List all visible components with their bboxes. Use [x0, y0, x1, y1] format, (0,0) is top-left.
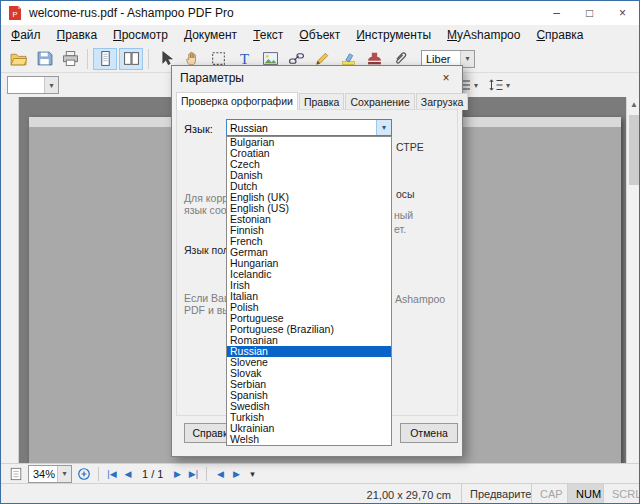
- app-icon: P: [7, 5, 23, 21]
- preview-status: Предварител: [461, 484, 531, 504]
- menu-item-текст[interactable]: Текст: [245, 26, 291, 44]
- menu-item-правка[interactable]: Правка: [49, 26, 106, 44]
- chevron-down-icon: ▾: [506, 81, 510, 90]
- tab-edit[interactable]: Правка: [299, 93, 344, 110]
- bottom-toolbar: 34% ▾ |◀ ◀ 1 / 1 ▶ ▶| ◀ ▶ ▾: [1, 463, 639, 483]
- close-icon[interactable]: ×: [434, 69, 458, 87]
- language-option[interactable]: Welsh: [227, 434, 391, 445]
- maximize-button[interactable]: □: [573, 1, 606, 25]
- open-icon[interactable]: [6, 48, 30, 70]
- page-size-label: 21,00 x 29,70 cm: [367, 489, 451, 501]
- window-controls: –□×: [540, 1, 639, 25]
- toolbar-separator: [87, 49, 88, 69]
- status-bar: 21,00 x 29,70 cm Предварител CAPNUMSCRL: [1, 483, 639, 504]
- forward-button[interactable]: ▶: [228, 465, 244, 483]
- svg-text:P: P: [12, 10, 17, 19]
- app-window: P welcome-rus.pdf - Ashampoo PDF Pro –□×…: [0, 0, 640, 504]
- zoom-level-combo[interactable]: 34% ▾: [28, 465, 72, 483]
- tab-spellcheck[interactable]: Проверка орфографии: [176, 92, 298, 110]
- menu-item-myashampoo[interactable]: MyAshampoo: [439, 26, 528, 44]
- vertical-scrollbar[interactable]: ▲: [626, 97, 640, 463]
- back-button[interactable]: ◀: [212, 465, 228, 483]
- cancel-button[interactable]: Отмена: [400, 423, 458, 443]
- obscured-text: Ashampoo: [395, 293, 445, 305]
- obscured-text: СТРЕ: [396, 141, 424, 153]
- line-spacing-button[interactable]: ▾: [485, 74, 513, 96]
- menu-item-объект[interactable]: Объект: [291, 26, 348, 44]
- next-page-button[interactable]: ▶: [169, 465, 185, 483]
- obscured-text: язык соо: [184, 204, 227, 216]
- obscured-text: ет.: [394, 223, 406, 235]
- fit-page-icon[interactable]: [7, 465, 25, 483]
- obscured-text: ный: [394, 209, 413, 221]
- chevron-down-icon[interactable]: ▾: [244, 465, 260, 483]
- lock-scrl: SCRL: [603, 484, 639, 504]
- first-page-button[interactable]: |◀: [104, 465, 120, 483]
- tab-load[interactable]: Загрузка: [416, 93, 468, 110]
- last-page-button[interactable]: ▶|: [185, 465, 201, 483]
- language-label: Язык:: [184, 123, 213, 135]
- language-option[interactable]: Icelandic: [227, 269, 391, 280]
- tab-save[interactable]: Сохранение: [345, 93, 414, 110]
- separator: [206, 467, 207, 481]
- title-bar: P welcome-rus.pdf - Ashampoo PDF Pro –□×: [1, 1, 639, 25]
- minimize-button[interactable]: –: [540, 1, 573, 25]
- zoom-in-icon[interactable]: [75, 465, 93, 483]
- lock-cap: CAP: [531, 484, 567, 504]
- print-icon[interactable]: [58, 48, 82, 70]
- language-combo-value: Russian: [227, 122, 376, 134]
- dialog-title: Параметры: [180, 71, 244, 85]
- window-title: welcome-rus.pdf - Ashampoo PDF Pro: [29, 6, 540, 20]
- page-facing-icon[interactable]: [119, 48, 143, 70]
- language-list[interactable]: BulgarianCroatianCzechDanishDutchEnglish…: [226, 136, 392, 446]
- font-combo-value: Liber: [422, 53, 460, 65]
- menu-item-просмотр[interactable]: Просмотр: [105, 26, 176, 44]
- chevron-down-icon[interactable]: ▾: [57, 466, 71, 482]
- chevron-down-icon[interactable]: ▾: [44, 77, 58, 93]
- language-combo[interactable]: Russian ▾: [226, 119, 392, 136]
- left-panel: [1, 97, 19, 463]
- menu-item-справка[interactable]: Справка: [528, 26, 591, 44]
- prev-page-button[interactable]: ◀: [120, 465, 136, 483]
- style-combo[interactable]: ▾: [7, 76, 59, 94]
- chevron-down-icon[interactable]: ▾: [376, 120, 391, 135]
- obscured-text: PDF и вы: [184, 304, 230, 316]
- menu-item-файл[interactable]: Файл: [3, 26, 49, 44]
- separator: [98, 467, 99, 481]
- scroll-up-icon[interactable]: ▲: [627, 97, 640, 112]
- dialog-tabs: Проверка орфографииПравкаСохранениеЗагру…: [176, 92, 458, 110]
- menu-bar: ФайлПравкаПросмотрДокументТекстОбъектИнс…: [1, 25, 639, 45]
- menu-item-документ[interactable]: Документ: [176, 26, 245, 44]
- save-icon[interactable]: [32, 48, 56, 70]
- chevron-down-icon: ▾: [474, 81, 478, 90]
- zoom-value: 34%: [29, 468, 57, 480]
- obscured-text: осы: [396, 188, 415, 200]
- menu-item-инструменты[interactable]: Инструменты: [348, 26, 439, 44]
- page-indicator: 1 / 1: [142, 468, 163, 480]
- obscured-text: Для корр: [184, 192, 228, 204]
- settings-dialog: Параметры × Проверка орфографииПравкаСох…: [171, 65, 463, 457]
- obscured-text: Язык пол: [184, 244, 229, 256]
- close-button[interactable]: ×: [606, 1, 639, 25]
- lock-num: NUM: [567, 484, 603, 504]
- toolbar-separator: [148, 49, 149, 69]
- page-single-icon[interactable]: [93, 48, 117, 70]
- scrollbar-thumb[interactable]: [629, 115, 640, 185]
